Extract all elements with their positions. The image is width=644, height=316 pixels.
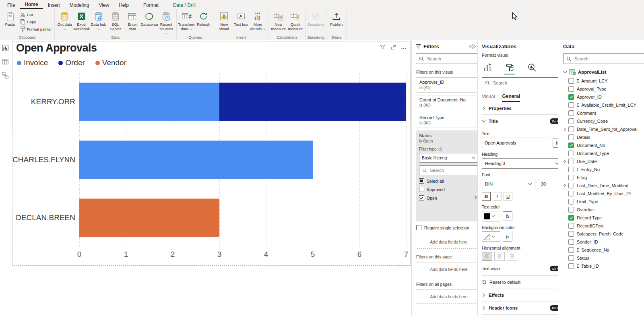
ribbon-tab-modeling[interactable]: Modeling: [65, 1, 94, 9]
analytics-icon[interactable]: [527, 63, 537, 72]
bold-button[interactable]: B: [482, 192, 491, 201]
ribbon-button-dataverse[interactable]: Dataverse: [141, 10, 158, 36]
field-checkbox-unchecked[interactable]: [568, 126, 574, 132]
filter-option-open[interactable]: Open15: [419, 195, 479, 200]
add-fields-dropzone-visual[interactable]: Add data fields here: [416, 235, 482, 249]
field-checkbox-unchecked[interactable]: [568, 223, 574, 229]
font-family-select[interactable]: DIN: [482, 179, 535, 189]
ribbon-button-excel-workbook[interactable]: Excel workbook: [73, 10, 90, 36]
data-field-table-id[interactable]: Σ Table_ID: [563, 262, 644, 270]
field-checkbox-unchecked[interactable]: [568, 134, 574, 140]
field-checkbox-unchecked[interactable]: [568, 167, 574, 172]
checkbox-checked[interactable]: [419, 195, 424, 200]
italic-button[interactable]: I: [493, 192, 502, 201]
field-checkbox-unchecked[interactable]: [568, 191, 574, 196]
expand-icon[interactable]: [563, 184, 568, 187]
legend-item-order[interactable]: Order: [58, 58, 85, 67]
legend-item-invoice[interactable]: Invoice: [17, 58, 48, 67]
data-field-last-modified-by-user-id[interactable]: Last_Modified_By_User_ID: [563, 190, 644, 198]
expand-icon[interactable]: [563, 128, 568, 130]
ribbon-button-new-visual[interactable]: New visual: [216, 10, 233, 35]
focus-mode-icon[interactable]: [390, 44, 396, 50]
heading-select[interactable]: Heading 3: [482, 158, 562, 169]
ribbon-button-get-data[interactable]: Get data: [56, 10, 73, 36]
field-checkbox-checked[interactable]: [568, 94, 574, 100]
field-checkbox-unchecked[interactable]: [568, 263, 574, 269]
format-visual-icon[interactable]: [505, 63, 514, 72]
data-field-entry-no[interactable]: Σ Entry_No: [563, 165, 644, 173]
field-checkbox-unchecked[interactable]: [568, 151, 574, 156]
status-filter-search[interactable]: [419, 165, 479, 175]
field-checkbox-unchecked[interactable]: [568, 255, 574, 261]
eye-icon[interactable]: [469, 44, 476, 49]
legend-item-vendor[interactable]: Vendor: [95, 58, 126, 67]
ribbon-button-copy[interactable]: Copy: [20, 19, 52, 25]
data-field-currency-code[interactable]: Currency_Code: [563, 117, 644, 125]
field-checkbox-unchecked[interactable]: [568, 199, 574, 204]
data-search-input[interactable]: [574, 56, 644, 62]
align-right-button[interactable]: [507, 252, 517, 261]
section-title[interactable]: Title On: [482, 115, 562, 128]
status-filter-search-input[interactable]: [429, 167, 475, 173]
data-field-etag[interactable]: ETag: [563, 173, 644, 182]
ribbon-tab-file[interactable]: File: [2, 1, 20, 9]
field-checkbox-unchecked[interactable]: [568, 110, 574, 116]
bar-segment-invoice[interactable]: [79, 83, 219, 121]
format-search-input[interactable]: [492, 80, 559, 86]
filter-option-approved[interactable]: Approved7: [419, 187, 479, 192]
ribbon-button-text-box[interactable]: Text box: [233, 10, 250, 35]
ribbon-button-quick-measure[interactable]: Quick measure: [287, 10, 304, 35]
bar-segment-vendor[interactable]: [79, 198, 219, 237]
data-field-salespers-purch-code[interactable]: Salespers_Purch_Code: [563, 230, 644, 238]
tab-visual[interactable]: Visual: [482, 94, 495, 101]
filter-type-select[interactable]: Basic filtering: [419, 153, 479, 163]
ribbon-tab-view[interactable]: View: [94, 1, 114, 9]
table-approvallist[interactable]: ApprovalList: [563, 69, 644, 75]
ribbon-tab-insert[interactable]: Insert: [43, 1, 65, 9]
checkbox-unchecked[interactable]: [419, 187, 424, 192]
ribbon-button-paste[interactable]: Paste: [2, 10, 19, 35]
data-field-recordidtext[interactable]: RecordIDText: [563, 222, 644, 230]
ribbon-tab-data-drill[interactable]: Data / Drill: [168, 1, 200, 9]
ribbon-tab-home[interactable]: Home: [20, 0, 43, 9]
field-checkbox-unchecked[interactable]: [568, 102, 574, 108]
visual-filter-icon[interactable]: [380, 44, 386, 50]
field-checkbox-unchecked[interactable]: [568, 159, 574, 164]
data-field-limit-type[interactable]: Limit_Type: [563, 198, 644, 206]
visual-more-options-icon[interactable]: …: [401, 44, 407, 50]
filter-card-status[interactable]: Status is Open Filter type Basic filteri…: [416, 130, 482, 221]
filter-option-select-all[interactable]: Select all: [419, 178, 479, 184]
data-field-last-date-time-modified[interactable]: Last_Date_Time_Modified: [563, 182, 644, 190]
data-view-icon[interactable]: [2, 58, 9, 65]
filters-search-input[interactable]: [426, 56, 479, 62]
align-left-button[interactable]: [482, 252, 492, 261]
field-checkbox-checked[interactable]: [568, 143, 574, 148]
section-properties[interactable]: Properties: [482, 102, 562, 114]
bar-segment-invoice[interactable]: [79, 140, 313, 179]
data-field-amount-lcy[interactable]: Σ Amount_LCY: [563, 77, 644, 85]
field-checkbox-unchecked[interactable]: [568, 175, 574, 180]
require-single-checkbox[interactable]: [416, 225, 421, 230]
field-checkbox-unchecked[interactable]: [568, 247, 574, 253]
add-fields-dropzone-page[interactable]: Add data fields here: [416, 262, 482, 276]
field-checkbox-unchecked[interactable]: [568, 183, 574, 188]
data-search[interactable]: [563, 53, 644, 64]
field-checkbox-unchecked[interactable]: [568, 86, 574, 92]
align-center-button[interactable]: [494, 252, 505, 261]
filter-card-count-of-document-no[interactable]: Count of Document_Nois (All): [416, 95, 482, 110]
ribbon-button-data-hub[interactable]: Data hub: [90, 10, 107, 36]
data-field-document-type[interactable]: Document_Type: [563, 149, 644, 157]
filter-card-record-type[interactable]: Record Typeis (All): [416, 113, 482, 128]
reset-to-default-button[interactable]: Reset to default: [482, 276, 562, 289]
section-header-icons[interactable]: Header icons On: [482, 302, 562, 314]
data-field-available-credit-limit-lcy[interactable]: Σ Available_Credit_Limit_LCY: [563, 101, 644, 109]
field-checkbox-unchecked[interactable]: [568, 78, 574, 84]
ribbon-button-publish[interactable]: Publish: [328, 10, 345, 35]
ribbon-button-recent-sources[interactable]: Recent sources: [158, 10, 175, 36]
title-text-input[interactable]: [482, 138, 550, 148]
ribbon-tab-help[interactable]: Help: [114, 1, 134, 9]
ribbon-button-sql-server[interactable]: SQL Server: [107, 10, 124, 36]
ribbon-button-format-painter[interactable]: Format painter: [20, 26, 52, 32]
format-search[interactable]: [482, 77, 562, 88]
text-color-fx-button[interactable]: fx: [503, 211, 512, 221]
